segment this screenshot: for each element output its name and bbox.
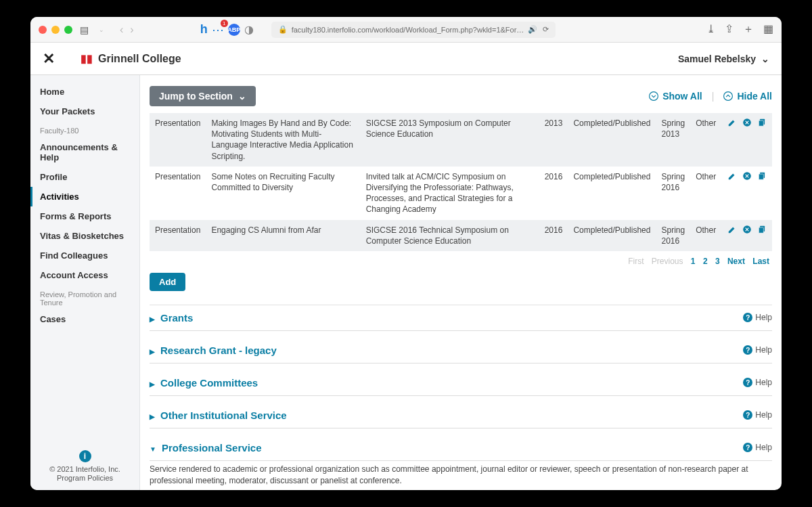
program-policies-link[interactable]: Program Policies [30,474,139,482]
main-layout: Home Your Packets Faculty-180 Announceme… [30,75,782,490]
professional-description: Service rendered to academic or professi… [150,464,772,487]
cell-category: Other [690,167,721,220]
forward-button[interactable]: › [130,24,133,36]
sidebar-footer: i © 2021 Interfolio, Inc. Program Polici… [30,444,139,490]
section-legacy-toggle[interactable]: Research Grant - legacy [150,345,277,356]
page-2[interactable]: 2 [703,257,708,266]
page-previous[interactable]: Previous [652,257,683,266]
user-menu[interactable]: Samuel Rebelsky ⌄ [678,53,769,64]
cell-status: Completed/Published [568,113,656,167]
show-all-button[interactable]: Show All [649,91,702,102]
collapse-up-icon [723,91,733,101]
address-bar[interactable]: 🔒 faculty180.interfolio.com/workload/Wor… [271,22,556,38]
sidebar-item-vitas[interactable]: Vitas & Biosketches [30,226,139,246]
jump-to-section-label: Jump to Section [159,91,233,102]
sidebar-item-your-packets[interactable]: Your Packets [30,102,139,121]
triangle-right-icon [150,345,155,356]
sidebar-item-find-colleagues[interactable]: Find Colleagues [30,246,139,265]
sidebar-item-profile[interactable]: Profile [30,167,139,187]
edit-icon[interactable] [727,118,737,131]
help-link-other-inst[interactable]: ?Help [743,410,772,420]
svg-rect-4 [759,120,763,126]
new-tab-icon[interactable]: ＋ [743,22,754,37]
abp-extension-icon[interactable]: ABP [228,24,240,36]
delete-icon[interactable] [742,171,752,184]
close-panel-button[interactable]: ✕ [43,50,55,68]
edit-icon[interactable] [727,171,737,184]
sidebar-toggle-icon[interactable]: ▤ [78,24,90,35]
reload-icon[interactable]: ⟳ [543,25,549,34]
help-link-professional[interactable]: ?Help [743,443,772,452]
cell-title: Engaging CS Alumni from Afar [206,220,360,251]
maximize-window-icon[interactable] [64,26,72,34]
reader-icon[interactable]: 🔊 [528,25,537,34]
download-icon[interactable]: ⤓ [706,22,715,37]
hide-all-button[interactable]: Hide All [723,91,772,102]
shield-icon[interactable]: ◑ [244,23,254,36]
sidebar-item-activities[interactable]: Activities [30,187,139,206]
cell-status: Completed/Published [568,220,656,251]
minimize-window-icon[interactable] [51,26,60,34]
chevron-down-icon: ⌄ [238,91,246,102]
app-header: ✕ ▮▮ Grinnell College Samuel Rebelsky ⌄ [30,43,782,75]
cell-actions [721,113,772,167]
sidebar-section-rpt: Review, Promotion and Tenure [30,285,139,309]
cell-title: Making Images By Hand and By Code: Motiv… [206,113,360,167]
sidebar-item-cases[interactable]: Cases [30,309,139,329]
cell-semester: Spring 2013 [656,113,690,167]
url-text: faculty180.interfolio.com/workload/Workl… [292,26,528,34]
extension-badge-icon[interactable]: ⋯ [212,22,224,37]
cell-semester: Spring 2016 [656,220,690,251]
help-link-grants[interactable]: ?Help [743,313,772,322]
tabs-icon[interactable]: ▦ [763,22,773,37]
help-icon: ? [743,378,752,387]
delete-icon[interactable] [742,225,752,238]
cell-status: Completed/Published [568,167,656,220]
help-icon: ? [743,410,752,420]
page-last[interactable]: Last [752,257,769,266]
cell-actions [721,220,772,251]
table-row: PresentationMaking Images By Hand and By… [150,113,772,167]
expand-down-icon [649,91,658,101]
page-1[interactable]: 1 [691,257,696,266]
add-button[interactable]: Add [150,273,185,291]
pagination: First Previous 1 2 3 Next Last [150,251,772,266]
page-3[interactable]: 3 [715,257,720,266]
cell-year: 2016 [539,220,568,251]
back-button[interactable]: ‹ [120,24,123,36]
info-icon[interactable]: i [79,450,91,462]
brand-logo-icon: ▮▮ [81,52,93,65]
section-professional-toggle[interactable]: Professional Service [150,442,261,454]
svg-rect-10 [759,227,763,233]
help-link-committees[interactable]: ?Help [743,378,772,387]
copy-icon[interactable] [757,225,767,238]
lock-icon: 🔒 [278,25,288,34]
sidebar-item-announcements[interactable]: Announcements & Help [30,137,139,167]
separator: | [712,91,715,102]
copy-icon[interactable] [757,171,767,184]
edit-icon[interactable] [727,225,737,238]
jump-to-section-button[interactable]: Jump to Section ⌄ [150,86,256,106]
triangle-down-icon [150,442,156,454]
help-link-legacy[interactable]: ?Help [743,345,772,355]
sidebar-item-forms-reports[interactable]: Forms & Reports [30,206,139,226]
cell-actions [721,167,772,220]
cell-type: Presentation [150,113,206,167]
share-icon[interactable]: ⇪ [725,22,734,37]
delete-icon[interactable] [742,118,752,131]
cell-year: 2013 [539,113,568,167]
page-first[interactable]: First [628,257,644,266]
copy-icon[interactable] [757,118,767,131]
dropdown-icon[interactable]: ⌄ [95,26,108,33]
cell-type: Presentation [150,220,206,251]
cell-venue: Invited talk at ACM/CIC Symposium on Div… [361,167,539,220]
cell-category: Other [690,220,721,251]
section-committees-toggle[interactable]: College Committees [150,377,258,389]
honey-extension-icon[interactable]: h [200,22,208,37]
section-other-inst-toggle[interactable]: Other Institutional Service [150,410,287,421]
section-grants-toggle[interactable]: Grants [150,312,193,324]
page-next[interactable]: Next [727,257,745,266]
sidebar-item-home[interactable]: Home [30,82,139,102]
close-window-icon[interactable] [39,26,47,34]
sidebar-item-account-access[interactable]: Account Access [30,265,139,285]
